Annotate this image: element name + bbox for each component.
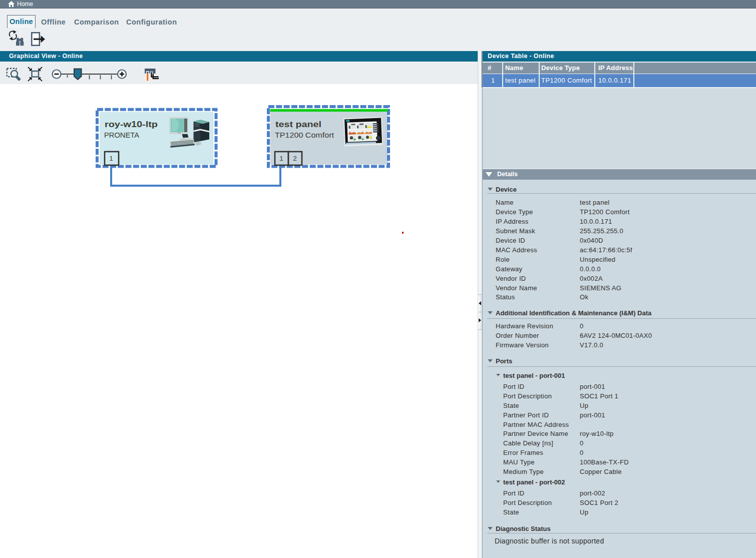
- svg-text:test panel: test panel: [275, 120, 321, 129]
- svg-text:2: 2: [293, 155, 297, 162]
- svg-text:roy-w10-ltp: roy-w10-ltp: [105, 120, 158, 129]
- svg-text:1: 1: [109, 155, 113, 162]
- svg-text:PRONETA: PRONETA: [104, 131, 139, 139]
- svg-text:1: 1: [279, 155, 283, 162]
- svg-text:TP1200 Comfort: TP1200 Comfort: [275, 131, 334, 139]
